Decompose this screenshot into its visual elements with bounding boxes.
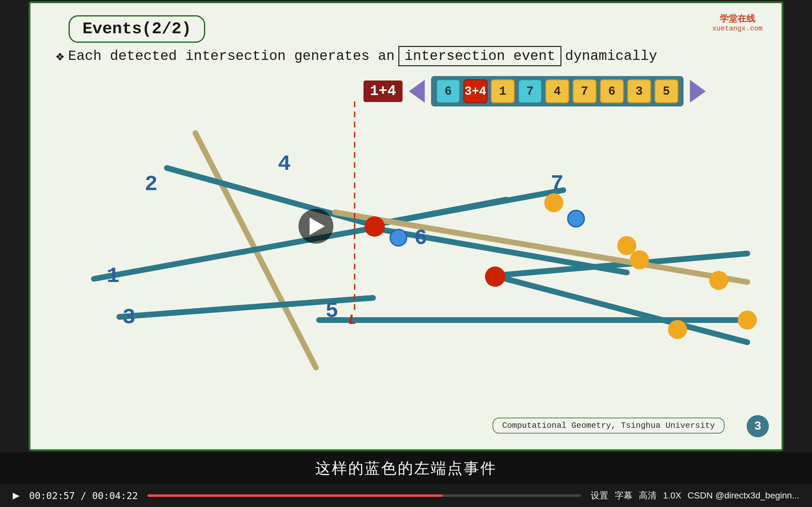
video-area: Events(2/2) 学堂在线 xuetangx.com ❖ Each det…	[0, 0, 812, 452]
total-time: 00:04:22	[92, 490, 138, 501]
diagram-svg: 2 4 6 7 1 3 5	[56, 76, 760, 425]
svg-point-14	[617, 236, 636, 255]
source-label: CSDN @directx3d_beginn...	[688, 491, 799, 501]
svg-point-16	[709, 271, 728, 290]
svg-point-17	[738, 311, 757, 330]
svg-point-20	[568, 210, 584, 227]
controls-right: 设置 字幕 高清 1.0X CSDN @directx3d_beginn...	[591, 490, 799, 502]
progress-bar-fill	[148, 494, 443, 497]
settings-button[interactable]: 设置	[591, 490, 608, 502]
main-text-prefix: Each detected intersection generates an	[68, 48, 395, 64]
play-triangle-icon	[310, 217, 325, 235]
slide-frame: Events(2/2) 学堂在线 xuetangx.com ❖ Each det…	[29, 1, 783, 451]
svg-text:7: 7	[551, 171, 564, 196]
svg-line-9	[494, 276, 747, 342]
watermark-logo: 学堂在线	[712, 13, 763, 25]
controls-bar: ▶ 00:02:57 / 00:04:22 设置 字幕 高清 1.0X CSDN…	[0, 484, 812, 507]
footer-badge: Computational Geometry, Tsinghua Univers…	[493, 418, 724, 434]
sweep-label: L	[348, 312, 357, 328]
play-pause-button[interactable]: ▶	[13, 489, 20, 503]
svg-point-13	[544, 193, 563, 212]
slide-title: Events(2/2)	[83, 20, 191, 38]
svg-line-6	[373, 190, 563, 225]
svg-text:6: 6	[414, 226, 427, 250]
svg-text:4: 4	[278, 152, 291, 176]
watermark-sub: xuetangx.com	[712, 25, 763, 33]
svg-point-19	[390, 229, 407, 246]
progress-bar-container[interactable]	[148, 494, 581, 497]
title-box: Events(2/2)	[68, 15, 205, 43]
subtitle-bar: 这样的蓝色的左端点事件	[0, 452, 812, 484]
svg-text:1: 1	[107, 264, 119, 288]
svg-text:2: 2	[145, 172, 158, 196]
time-display: 00:02:57 / 00:04:22	[29, 490, 138, 501]
quality-button[interactable]: 高清	[639, 490, 657, 502]
svg-line-1	[94, 228, 373, 279]
subtitle-text: 这样的蓝色的左端点事件	[315, 460, 497, 476]
svg-text:5: 5	[325, 299, 339, 323]
subtitles-button[interactable]: 字幕	[615, 490, 632, 502]
bullet-symbol: ❖	[56, 48, 64, 65]
main-text-suffix: dynamically	[565, 48, 657, 64]
current-time: 00:02:57	[29, 490, 75, 501]
svg-point-15	[630, 250, 649, 269]
time-separator: /	[81, 490, 92, 501]
video-container: Events(2/2) 学堂在线 xuetangx.com ❖ Each det…	[0, 0, 812, 507]
svg-point-11	[364, 216, 385, 237]
watermark: 学堂在线 xuetangx.com	[712, 13, 763, 33]
speed-button[interactable]: 1.0X	[663, 491, 681, 501]
svg-text:3: 3	[122, 305, 136, 330]
page-number: 3	[747, 415, 769, 437]
svg-point-18	[668, 320, 687, 339]
play-button-overlay[interactable]	[299, 209, 334, 244]
sweep-line	[354, 101, 355, 311]
main-text: ❖ Each detected intersection generates a…	[56, 46, 657, 66]
svg-point-12	[485, 267, 505, 287]
svg-line-3	[167, 168, 373, 225]
intersection-event-box: intersection event	[398, 46, 561, 66]
